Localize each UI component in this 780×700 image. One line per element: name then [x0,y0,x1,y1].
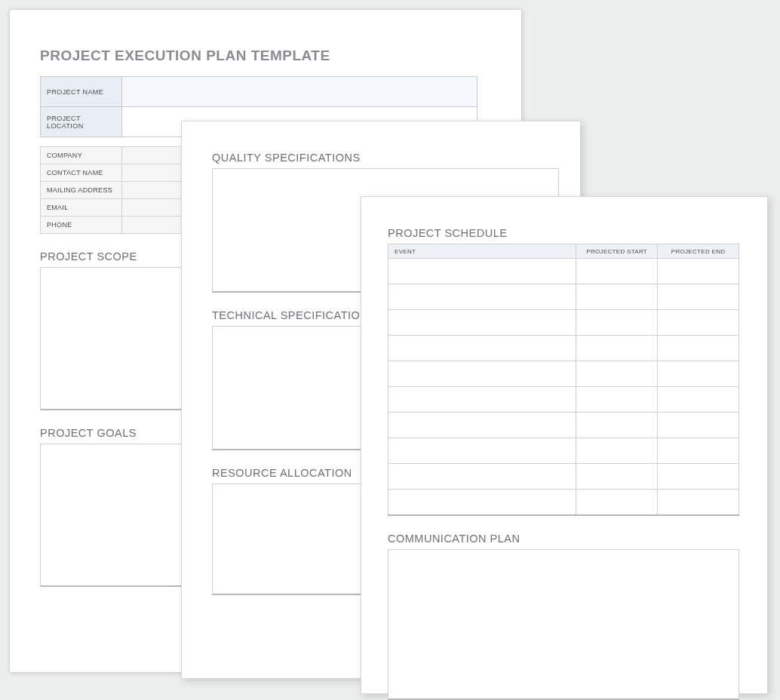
schedule-cell-start[interactable] [576,284,658,310]
email-label: EMAIL [41,199,122,216]
schedule-cell-end[interactable] [658,259,739,284]
schedule-cell-event[interactable] [388,438,576,464]
schedule-cell-end[interactable] [658,438,739,464]
schedule-cell-end[interactable] [658,387,739,413]
schedule-cell-end[interactable] [658,464,739,490]
quality-spec-heading: QUALITY SPECIFICATIONS [212,152,550,164]
schedule-col-start: PROJECTED START [576,244,658,259]
schedule-row [388,464,739,490]
schedule-row [388,361,739,387]
schedule-cell-event[interactable] [388,413,576,438]
project-schedule-heading: PROJECT SCHEDULE [388,227,741,239]
contact-name-label: CONTACT NAME [41,164,122,182]
schedule-cell-event[interactable] [388,464,576,490]
schedule-row [388,284,739,310]
communication-plan-box[interactable] [388,549,739,700]
schedule-cell-start[interactable] [576,413,658,438]
schedule-cell-start[interactable] [576,310,658,336]
schedule-row [388,387,739,413]
schedule-cell-event[interactable] [388,336,576,361]
company-label: COMPANY [41,147,122,164]
schedule-cell-end[interactable] [658,361,739,387]
schedule-cell-start[interactable] [576,490,658,515]
schedule-col-event: EVENT [388,244,576,259]
schedule-cell-end[interactable] [658,413,739,438]
schedule-cell-start[interactable] [576,259,658,284]
mailing-address-label: MAILING ADDRESS [41,182,122,199]
schedule-row [388,336,739,361]
schedule-cell-start[interactable] [576,438,658,464]
schedule-cell-event[interactable] [388,284,576,310]
schedule-cell-start[interactable] [576,464,658,490]
project-name-value[interactable] [122,77,478,107]
schedule-cell-end[interactable] [658,336,739,361]
schedule-cell-event[interactable] [388,387,576,413]
schedule-cell-end[interactable] [658,284,739,310]
schedule-row [388,310,739,336]
project-name-label: PROJECT NAME [41,77,122,107]
schedule-row [388,438,739,464]
schedule-cell-end[interactable] [658,310,739,336]
communication-plan-heading: COMMUNICATION PLAN [388,533,741,545]
schedule-cell-end[interactable] [658,490,739,515]
schedule-row [388,490,739,515]
schedule-cell-event[interactable] [388,361,576,387]
schedule-cell-event[interactable] [388,490,576,515]
schedule-cell-start[interactable] [576,361,658,387]
schedule-cell-start[interactable] [576,336,658,361]
schedule-cell-event[interactable] [388,310,576,336]
project-location-label: PROJECT LOCATION [41,107,122,137]
template-page-3: PROJECT SCHEDULE EVENT PROJECTED START P… [361,196,768,694]
schedule-row [388,259,739,284]
schedule-cell-event[interactable] [388,259,576,284]
schedule-col-end: PROJECTED END [658,244,739,259]
schedule-table: EVENT PROJECTED START PROJECTED END [388,244,739,516]
page-title: PROJECT EXECUTION PLAN TEMPLATE [40,48,491,64]
schedule-row [388,413,739,438]
phone-label: PHONE [41,216,122,234]
schedule-cell-start[interactable] [576,387,658,413]
